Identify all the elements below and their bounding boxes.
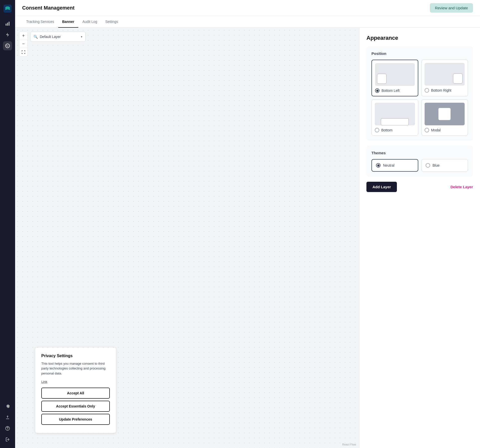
accept-all-button[interactable]: Accept All [41,388,110,399]
privacy-banner-preview: Privacy Settings This tool helps you man… [35,348,116,433]
modal-center-indicator [438,108,451,120]
privacy-banner-description: This tool helps you manage consent to th… [41,361,110,376]
page-title: Consent Management [22,5,75,11]
canvas-controls: + − [19,32,28,56]
react-flow-label: React Flow [342,443,356,446]
bottom-left-label-row: Bottom Left [375,88,415,93]
update-preferences-button[interactable]: Update Preferences [41,414,110,425]
privacy-banner-link[interactable]: Link [41,380,110,384]
tab-banner[interactable]: Banner [58,16,78,28]
themes-grid: Neutral Blue [371,159,468,172]
content-area: + − 🔍 Default Layer ▾ Privacy Settings T… [15,28,480,448]
position-option-bottom[interactable]: Bottom [371,99,418,136]
blue-label: Blue [433,163,440,167]
bottom-radio [375,128,379,132]
svg-point-4 [6,44,10,48]
svg-rect-3 [9,22,10,26]
tab-audit-log[interactable]: Audit Log [78,16,101,28]
main-content: Consent Management Review and Update Tra… [15,0,480,448]
right-panel: Appearance Position Bottom Lef [359,28,480,448]
logo [3,4,12,13]
bottom-right-radio [425,88,429,93]
bottom-left-indicator [377,74,387,84]
svg-rect-2 [7,23,8,26]
bottom-right-label: Bottom Right [431,88,452,92]
sidebar-icon-upload[interactable] [3,413,12,422]
blue-radio [426,163,430,168]
bottom-preview [375,103,415,125]
layer-select-text: Default Layer [40,35,79,39]
svg-rect-1 [6,24,7,26]
modal-label: Modal [431,128,441,132]
bottom-label-row: Bottom [375,128,415,132]
tab-settings[interactable]: Settings [101,16,122,28]
themes-card-title: Themes [371,151,468,155]
sidebar-icon-settings[interactable] [3,402,12,411]
bottom-right-preview [425,63,465,86]
review-update-button[interactable]: Review and Update [430,3,473,13]
search-icon: 🔍 [33,35,38,39]
neutral-radio-inner [377,164,380,167]
bottom-left-label: Bottom Left [382,89,400,93]
position-option-bottom-right[interactable]: Bottom Right [421,60,468,96]
position-card: Position Bottom Left [366,46,473,141]
sidebar-icon-chart[interactable] [3,19,12,28]
position-option-modal[interactable]: Modal [421,99,468,136]
layer-selector[interactable]: 🔍 Default Layer ▾ [30,32,86,42]
neutral-label: Neutral [383,163,394,167]
svg-point-7 [8,46,8,47]
themes-card: Themes Neutral Blue [366,146,473,177]
delete-layer-button[interactable]: Delete Layer [451,185,473,189]
appearance-title: Appearance [366,35,473,41]
sidebar-icon-cookie[interactable] [3,41,12,50]
tab-tracking-services[interactable]: Tracking Services [22,16,58,28]
modal-label-row: Modal [425,128,465,132]
bottom-left-preview [375,63,415,86]
header: Consent Management Review and Update [15,0,480,16]
position-grid: Bottom Left Bottom Right [371,60,468,136]
theme-option-blue[interactable]: Blue [421,159,468,172]
panel-actions: Add Layer Delete Layer [366,182,473,192]
tabs-bar: Tracking Services Banner Audit Log Setti… [15,16,480,28]
modal-preview [425,103,465,125]
zoom-in-button[interactable]: + [19,32,27,40]
bottom-label: Bottom [381,128,392,132]
radio-inner-filled [376,90,379,92]
bottom-right-indicator [453,73,463,84]
theme-option-neutral[interactable]: Neutral [371,159,418,172]
sidebar-bottom [3,402,12,444]
position-option-bottom-left[interactable]: Bottom Left [371,60,418,96]
svg-point-10 [7,429,8,430]
zoom-out-button[interactable]: − [19,40,27,48]
sidebar-icon-flash[interactable] [3,30,12,39]
sidebar [0,0,15,448]
sidebar-icon-logout[interactable] [3,435,12,444]
chevron-down-icon: ▾ [81,35,82,39]
sidebar-icon-help[interactable] [3,424,12,433]
svg-point-8 [7,46,7,47]
position-card-title: Position [371,51,468,56]
bottom-left-radio [375,88,380,93]
bottom-center-indicator [381,118,409,125]
accept-essentials-button[interactable]: Accept Essentials Only [41,401,110,412]
add-layer-button[interactable]: Add Layer [366,182,397,192]
bottom-right-label-row: Bottom Right [425,88,465,93]
privacy-banner-title: Privacy Settings [41,354,110,358]
svg-point-5 [7,45,7,46]
canvas-area: + − 🔍 Default Layer ▾ Privacy Settings T… [15,28,359,448]
fit-view-button[interactable] [19,48,27,56]
neutral-radio [376,163,381,168]
svg-point-6 [8,45,8,45]
modal-radio [425,128,429,132]
